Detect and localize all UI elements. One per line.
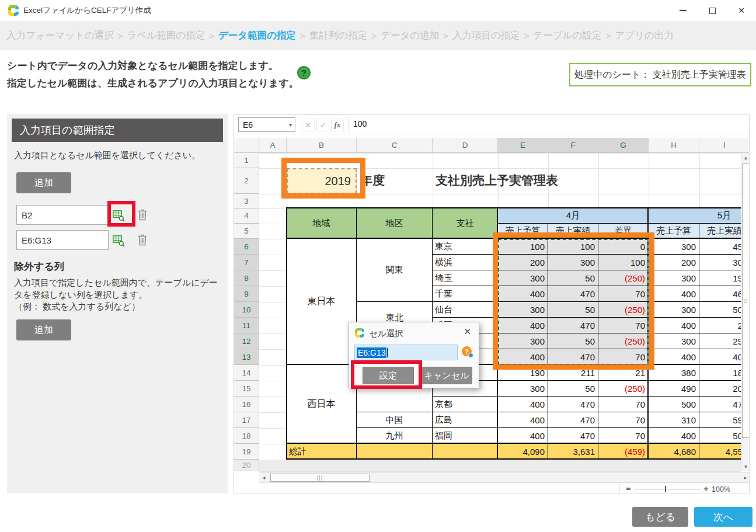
range-input-2[interactable] — [16, 230, 109, 250]
next-button[interactable]: 次へ — [694, 507, 752, 527]
column-header-C[interactable]: C — [357, 138, 433, 153]
cell-C19[interactable] — [357, 444, 433, 460]
corner-box[interactable] — [234, 138, 259, 153]
row-header-15[interactable]: 15 — [234, 381, 259, 397]
cell-F16[interactable]: 470 — [548, 397, 598, 412]
breadcrumb-item[interactable]: アプリの出力 — [615, 29, 674, 42]
cell-E15[interactable]: 300 — [498, 381, 548, 397]
district-cell[interactable]: 九州 — [357, 428, 433, 444]
row-header-16[interactable]: 16 — [234, 397, 259, 412]
row-header-11[interactable]: 11 — [234, 318, 259, 333]
breadcrumb-item[interactable]: テーブルの設定 — [534, 29, 602, 42]
row-header-12[interactable]: 12 — [234, 333, 259, 349]
row-header-1[interactable]: 1 — [234, 153, 259, 168]
branch-cell[interactable]: 東京 — [433, 239, 498, 255]
breadcrumb-item[interactable]: ラベル範囲の指定 — [127, 29, 205, 42]
cell-H13[interactable]: 400 — [649, 349, 699, 365]
cell-E19[interactable]: 4,090 — [498, 444, 548, 460]
cell-E18[interactable]: 400 — [498, 428, 548, 444]
breadcrumb-item[interactable]: 入力フォーマットの選択 — [6, 29, 114, 42]
branch-cell[interactable]: 福岡 — [433, 428, 498, 444]
cell-G18[interactable]: 70 — [598, 428, 649, 444]
breadcrumb-item[interactable]: 入力項目の指定 — [452, 29, 520, 42]
column-header-A[interactable]: A — [259, 138, 287, 153]
help-icon[interactable]: ? — [462, 346, 472, 356]
back-button[interactable]: もどる — [632, 507, 688, 527]
cell-H12[interactable]: 300 — [649, 333, 699, 349]
breadcrumb-item[interactable]: 集計列の指定 — [309, 29, 367, 42]
cell-H7[interactable]: 200 — [649, 255, 699, 270]
horizontal-scrollbar-thumb[interactable]: ||| — [270, 474, 370, 482]
total-label-cell[interactable]: 総計 — [287, 444, 357, 460]
row-header-7[interactable]: 7 — [234, 255, 259, 270]
row-header-10[interactable]: 10 — [234, 302, 259, 318]
row-header-18[interactable]: 18 — [234, 428, 259, 444]
cancel-button[interactable]: キャンセル — [421, 367, 472, 384]
zoom-out-icon[interactable] — [626, 488, 630, 490]
row-header-6[interactable]: 6 — [234, 239, 259, 255]
branch-cell[interactable]: 千葉 — [433, 286, 498, 302]
cell-F18[interactable]: 470 — [548, 428, 598, 444]
cell-H16[interactable]: 500 — [649, 397, 699, 412]
cell-H18[interactable]: 400 — [649, 428, 699, 444]
column-header-E[interactable]: E — [498, 138, 548, 153]
vertical-scrollbar-thumb[interactable]: ≡ — [742, 164, 750, 438]
cell-select-icon[interactable] — [111, 233, 125, 247]
cell-H10[interactable]: 300 — [649, 302, 699, 318]
zoom-slider-handle[interactable] — [665, 486, 666, 492]
cell-E17[interactable]: 400 — [498, 412, 548, 428]
column-header-H[interactable]: H — [649, 138, 699, 153]
cell-H8[interactable]: 300 — [649, 270, 699, 286]
column-header-G[interactable]: G — [598, 138, 649, 153]
branch-cell[interactable]: 埼玉 — [433, 270, 498, 286]
cell-H9[interactable]: 400 — [649, 286, 699, 302]
cell-H15[interactable]: 490 — [649, 381, 699, 397]
row-header-9[interactable]: 9 — [234, 286, 259, 302]
row-header-4[interactable]: 4 — [234, 208, 259, 224]
cell-select-icon[interactable] — [111, 208, 125, 222]
cell-F15[interactable]: 50 — [548, 381, 598, 397]
range-input-1[interactable] — [16, 205, 109, 225]
cell-H11[interactable]: 400 — [649, 318, 699, 333]
scroll-down-icon[interactable]: ▼ — [741, 462, 750, 471]
cell-C4[interactable]: 地区 — [357, 208, 433, 239]
cell-E16[interactable]: 400 — [498, 397, 548, 412]
maximize-icon[interactable] — [698, 0, 727, 21]
cell-F17[interactable]: 470 — [548, 412, 598, 428]
row-header-19[interactable]: 19 — [234, 444, 259, 460]
region-cell[interactable]: 東日本 — [287, 239, 357, 365]
add-range-button[interactable]: 追加 — [16, 172, 71, 193]
row-header-8[interactable]: 8 — [234, 270, 259, 286]
column-header-B[interactable]: B — [287, 138, 357, 153]
ok-button[interactable]: 設定 — [363, 367, 414, 384]
delete-icon[interactable] — [135, 207, 149, 221]
branch-cell[interactable]: 仙台 — [433, 302, 498, 318]
district-cell[interactable]: 関東 — [357, 239, 433, 302]
cell-G17[interactable]: 70 — [598, 412, 649, 428]
minimize-icon[interactable] — [668, 0, 698, 21]
row-header-2[interactable]: 2 — [234, 168, 259, 194]
row-header-20[interactable]: 20 — [234, 460, 259, 471]
cell-H17[interactable]: 310 — [649, 412, 699, 428]
scroll-up-icon[interactable]: ▲ — [741, 153, 750, 162]
cell-H14[interactable]: 380 — [649, 365, 699, 381]
cell-D19[interactable] — [433, 444, 498, 460]
cell-E4[interactable]: 4月 — [498, 208, 649, 224]
zoom-slider[interactable] — [635, 489, 700, 489]
cell-G16[interactable]: 70 — [598, 397, 649, 412]
row-header-17[interactable]: 17 — [234, 412, 259, 428]
column-header-D[interactable]: D — [433, 138, 498, 153]
cell-G19[interactable]: (459) — [598, 444, 649, 460]
breadcrumb-item[interactable]: データ範囲の指定 — [218, 29, 296, 42]
branch-cell[interactable]: 京都 — [433, 397, 498, 412]
branch-cell[interactable]: 広島 — [433, 412, 498, 428]
help-icon[interactable]: ? — [297, 66, 311, 79]
cell-D4[interactable]: 支社 — [433, 208, 498, 239]
scroll-right-icon[interactable]: ► — [741, 473, 750, 482]
column-header-I[interactable]: I — [699, 138, 750, 153]
vertical-scrollbar[interactable]: ▲ ≡ ▼ — [741, 153, 750, 471]
row-header-3[interactable]: 3 — [234, 194, 259, 208]
horizontal-scrollbar[interactable]: ◄ ||| ► — [259, 472, 750, 483]
cell-range-input[interactable]: E6:G13 — [354, 345, 458, 360]
cell-D2[interactable]: 支社別売上予実管理表 — [436, 172, 558, 189]
